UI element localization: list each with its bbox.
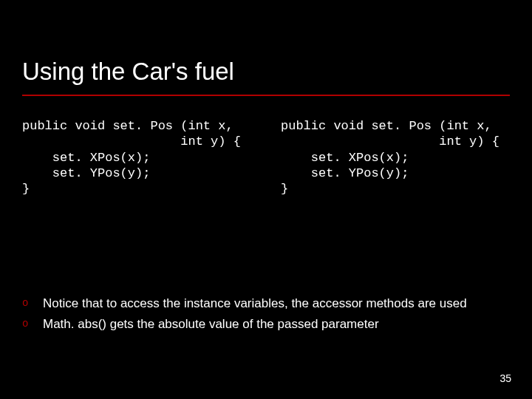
bullet-item: o Notice that to access the instance var… bbox=[22, 296, 510, 312]
code-block-left: public void set. Pos (int x, int y) { se… bbox=[22, 118, 241, 197]
page-number: 35 bbox=[499, 372, 511, 384]
bullet-mark-icon: o bbox=[22, 316, 43, 332]
bullet-text: Math. abs() gets the absolute value of t… bbox=[43, 316, 510, 332]
bullet-item: o Math. abs() gets the absolute value of… bbox=[22, 316, 510, 332]
bullet-list: o Notice that to access the instance var… bbox=[22, 296, 510, 337]
slide: Using the Car's fuel public void set. Po… bbox=[0, 0, 532, 399]
bullet-mark-icon: o bbox=[22, 296, 43, 311]
bullet-text: Notice that to access the instance varia… bbox=[43, 296, 510, 312]
slide-title: Using the Car's fuel bbox=[22, 58, 234, 86]
title-underline bbox=[22, 95, 510, 96]
code-block-right: public void set. Pos (int x, int y) { se… bbox=[281, 118, 499, 197]
